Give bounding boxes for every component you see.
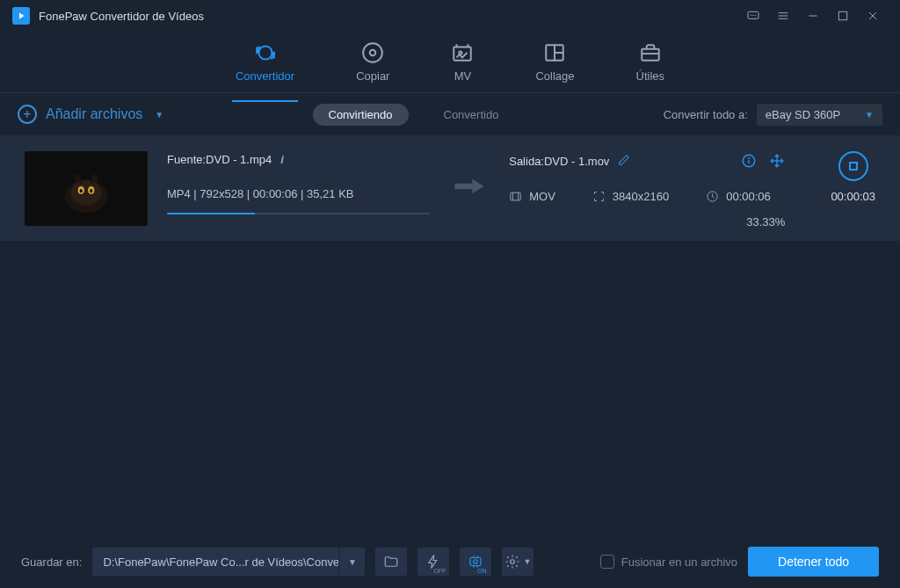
svg-point-11 [258,46,272,59]
chevron-down-icon: ▼ [155,110,163,120]
open-folder-button[interactable] [375,548,407,576]
add-files-label: Añadir archivos [46,106,142,122]
tab-label-copiar: Copiar [356,69,389,83]
bottom-bar: Guardar en: D:\FonePaw\FonePaw Co...r de… [0,535,900,588]
toolbox-icon [639,41,662,64]
stop-all-button[interactable]: Detener todo [748,547,879,577]
list-item: Fuente:DVD - 1.mp4 i MP4 | 792x528 | 00:… [0,135,900,241]
conversion-list: Fuente:DVD - 1.mp4 i MP4 | 792x528 | 00:… [0,135,900,241]
svg-point-1 [751,15,751,16]
svg-rect-38 [470,558,481,566]
menu-icon[interactable] [768,1,798,31]
source-filename: Fuente:DVD - 1.mp4 i [167,153,430,166]
tab-label-convertidor: Convertidor [236,69,294,83]
svg-point-31 [749,158,750,159]
svg-point-44 [511,560,515,564]
path-dropdown-button[interactable]: ▼ [338,548,365,576]
convert-all-label: Convertir todo a: [664,108,748,121]
titlebar: FonePaw Convertidor de Vídeos [0,0,900,32]
minimize-icon[interactable] [798,1,828,31]
svg-point-3 [755,15,756,16]
app-logo-icon [12,7,30,25]
output-duration: 00:00:06 [706,190,771,203]
video-thumbnail[interactable] [25,151,148,226]
output-path-box: D:\FonePaw\FonePaw Co...r de Vídeos\Conv… [92,548,365,576]
svg-point-39 [474,560,478,564]
svg-rect-34 [511,192,520,200]
tab-label-collage: Collage [535,69,574,83]
high-speed-button[interactable]: ON [460,548,491,576]
svg-point-13 [370,50,376,56]
checkbox-icon [600,555,614,569]
preset-dropdown[interactable]: eBay SD 360P ▼ [757,104,882,126]
output-format: MOV [509,190,555,203]
svg-point-2 [753,15,754,16]
tab-convertidor[interactable]: Convertidor [236,36,294,88]
convert-icon [254,41,277,64]
progress-bar [167,213,430,214]
source-meta: MP4 | 792x528 | 00:00:06 | 35,21 KB [167,187,430,200]
arrow-icon [449,178,490,195]
tab-label-utiles: Útiles [636,69,665,83]
close-icon[interactable] [858,1,888,31]
svg-point-28 [90,189,92,192]
mv-icon [451,41,474,64]
app-title: FonePaw Convertidor de Vídeos [39,10,204,23]
settings-button[interactable]: ▼ [502,548,533,576]
feedback-icon[interactable] [738,1,768,31]
chevron-down-icon: ▼ [865,110,874,120]
collage-icon [543,41,566,64]
plus-icon: + [18,105,37,124]
merge-label: Fusionar en un archivo [621,555,737,569]
info-icon[interactable]: i [280,153,284,166]
svg-point-12 [363,43,382,62]
tab-converted[interactable]: Convertido [428,104,515,126]
svg-rect-21 [642,49,659,61]
output-resolution: 3840x2160 [592,190,669,203]
tab-utiles[interactable]: Útiles [636,36,665,88]
output-path: D:\FonePaw\FonePaw Co...r de Vídeos\Conv… [92,555,338,569]
info-circle-icon[interactable] [741,153,757,169]
add-files-button[interactable]: + Añadir archivos ▼ [18,105,163,124]
gpu-accel-button[interactable]: OFF [417,548,449,576]
save-to-label: Guardar en: [21,555,82,569]
tab-copiar[interactable]: Copiar [356,36,389,88]
svg-point-27 [80,189,83,192]
stop-item-button[interactable] [838,151,868,181]
nav-tabs: Convertidor Copiar MV Collage Útiles [0,32,900,93]
elapsed-time: 00:00:03 [831,190,875,203]
tab-mv[interactable]: MV [451,36,474,88]
tab-collage[interactable]: Collage [535,36,574,88]
edit-icon[interactable] [618,154,630,169]
svg-point-24 [71,179,102,205]
preset-value: eBay SD 360P [766,108,840,121]
output-filename: Salida:DVD - 1.mov [509,153,785,169]
maximize-icon[interactable] [828,1,858,31]
disc-icon [361,41,384,64]
sub-toolbar: + Añadir archivos ▼ Convirtiendo Convert… [0,93,900,135]
progress-percent: 33.33% [509,215,785,229]
move-icon[interactable] [769,153,785,169]
tab-label-mv: MV [454,69,472,83]
tab-converting[interactable]: Convirtiendo [313,104,409,126]
svg-rect-8 [838,11,846,19]
merge-checkbox[interactable]: Fusionar en un archivo [600,555,737,569]
